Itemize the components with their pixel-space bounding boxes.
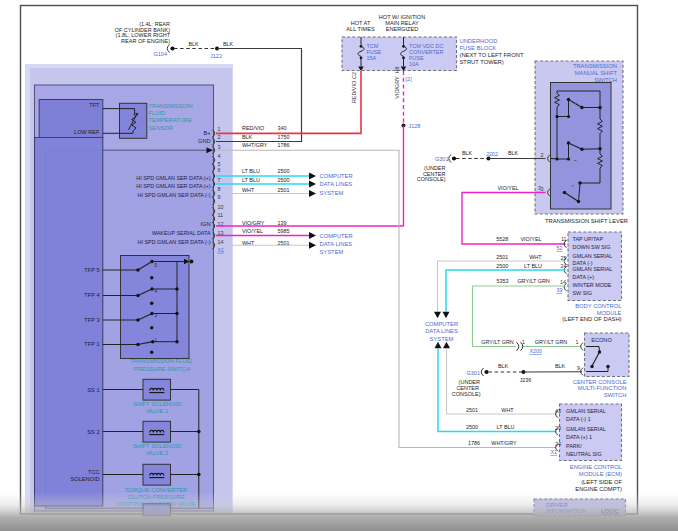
svg-text:ENGINE COMPT): ENGINE COMPT) xyxy=(575,486,622,492)
svg-text:11: 11 xyxy=(218,212,224,218)
svg-text:MODULE (ECM): MODULE (ECM) xyxy=(579,471,622,477)
svg-text:IGN: IGN xyxy=(201,221,211,227)
svg-text:6: 6 xyxy=(218,167,221,173)
svg-text:LT BLU: LT BLU xyxy=(242,168,260,174)
svg-text:29: 29 xyxy=(555,425,561,431)
svg-text:X1: X1 xyxy=(218,247,225,253)
svg-text:RED/VIO: RED/VIO xyxy=(242,125,264,131)
svg-text:GND: GND xyxy=(198,138,210,144)
svg-text:COMPUTER: COMPUTER xyxy=(320,173,353,179)
svg-text:GMLAN SERIAL: GMLAN SERIAL xyxy=(573,266,613,272)
svg-text:DATA (+) 1: DATA (+) 1 xyxy=(566,434,592,440)
svg-text:2500: 2500 xyxy=(278,168,290,174)
svg-text:8: 8 xyxy=(218,186,221,192)
svg-text:5985: 5985 xyxy=(278,228,290,234)
svg-text:VALVE 1: VALVE 1 xyxy=(146,408,169,414)
svg-text:DATA LINES: DATA LINES xyxy=(320,241,353,247)
svg-text:WHT/GRY: WHT/GRY xyxy=(491,440,517,446)
svg-text:2500: 2500 xyxy=(466,424,478,430)
svg-text:SYSTEM: SYSTEM xyxy=(430,336,454,342)
svg-text:WHT: WHT xyxy=(529,254,542,260)
svg-text:WHT: WHT xyxy=(501,407,514,413)
svg-text:SOLENOID: SOLENOID xyxy=(71,476,100,482)
svg-text:BODY CONTROL: BODY CONTROL xyxy=(575,303,622,309)
svg-text:LT BLU: LT BLU xyxy=(497,424,515,430)
svg-text:BLK: BLK xyxy=(555,363,566,369)
svg-text:MANUAL SHIFT: MANUAL SHIFT xyxy=(575,70,618,76)
svg-text:9: 9 xyxy=(218,194,221,200)
svg-text:SHIFT SOLENOID: SHIFT SOLENOID xyxy=(133,443,181,449)
svg-text:2501: 2501 xyxy=(278,187,290,193)
svg-text:FLUID: FLUID xyxy=(149,110,166,116)
svg-text:TFP 5: TFP 5 xyxy=(84,267,99,273)
svg-text:STRUT TOWER): STRUT TOWER) xyxy=(460,59,504,65)
svg-text:REAR OF ENGINE): REAR OF ENGINE) xyxy=(121,38,170,44)
svg-text:SW SIG: SW SIG xyxy=(573,290,592,296)
svg-text:2501: 2501 xyxy=(278,240,290,246)
svg-text:J202: J202 xyxy=(486,151,498,157)
svg-text:ALL TIMES: ALL TIMES xyxy=(346,26,375,32)
svg-text:X200: X200 xyxy=(530,348,543,354)
svg-text:10: 10 xyxy=(218,204,224,210)
svg-text:SYSTEM: SYSTEM xyxy=(320,249,344,255)
svg-text:1: 1 xyxy=(576,339,579,345)
svg-text:SYSTEM: SYSTEM xyxy=(320,190,344,196)
svg-text:2: 2 xyxy=(541,152,544,158)
svg-text:ECONO: ECONO xyxy=(591,337,612,343)
svg-text:15A: 15A xyxy=(367,55,377,61)
svg-text:TFP 3: TFP 3 xyxy=(84,317,99,323)
svg-text:13: 13 xyxy=(218,230,224,236)
svg-text:139: 139 xyxy=(278,220,287,226)
svg-text:1786: 1786 xyxy=(468,440,480,446)
svg-text:2501: 2501 xyxy=(466,407,478,413)
svg-text:CONSOLE): CONSOLE) xyxy=(452,391,481,397)
svg-text:LT BLU: LT BLU xyxy=(524,263,542,269)
svg-text:SHIFT SOLENOID: SHIFT SOLENOID xyxy=(133,401,181,407)
svg-text:COMPUTER: COMPUTER xyxy=(425,321,458,327)
svg-text:WHT: WHT xyxy=(242,187,255,193)
svg-text:FUSE: FUSE xyxy=(409,55,424,61)
svg-text:2501: 2501 xyxy=(496,254,508,260)
svg-text:HI SPD GMLAN SER DATA (-): HI SPD GMLAN SER DATA (-) xyxy=(138,239,211,245)
svg-text:G104: G104 xyxy=(154,51,167,57)
svg-text:PRESSURE SWITCH: PRESSURE SWITCH xyxy=(134,366,190,372)
svg-text:TCC: TCC xyxy=(88,469,100,475)
svg-text:4: 4 xyxy=(155,289,158,294)
svg-text:FUSE BLOCK: FUSE BLOCK xyxy=(460,45,497,51)
svg-text:2500: 2500 xyxy=(278,177,290,183)
svg-text:BLK: BLK xyxy=(498,363,509,369)
svg-text:ENGINE CONTROL: ENGINE CONTROL xyxy=(570,464,623,470)
svg-text:ENERGIZED: ENERGIZED xyxy=(386,26,419,32)
svg-text:G301: G301 xyxy=(467,370,480,376)
svg-text:5528: 5528 xyxy=(496,236,508,242)
svg-text:GRY/LT GRN: GRY/LT GRN xyxy=(517,278,549,284)
svg-text:HI SPD GMLAN SER DATA (+): HI SPD GMLAN SER DATA (+) xyxy=(136,183,210,189)
svg-text:VIO/GRY: VIO/GRY xyxy=(394,76,400,99)
svg-text:DATA LINES: DATA LINES xyxy=(320,181,353,187)
svg-text:TEMPERATURE: TEMPERATURE xyxy=(149,117,193,123)
svg-text:LOW REF: LOW REF xyxy=(74,129,100,135)
svg-text:RED/VIO: RED/VIO xyxy=(351,81,357,103)
svg-text:CENTER CONSOLE: CENTER CONSOLE xyxy=(573,379,627,385)
svg-text:10A: 10A xyxy=(409,61,419,67)
svg-text:SENSOR: SENSOR xyxy=(149,125,173,131)
svg-text:GRY/LT GRN: GRY/LT GRN xyxy=(481,339,513,345)
svg-text:25: 25 xyxy=(561,255,567,261)
svg-text:3: 3 xyxy=(218,144,221,150)
svg-text:TRANSMISSION FLUID: TRANSMISSION FLUID xyxy=(130,358,192,364)
svg-text:HI SPD GMLAN SER DATA (+): HI SPD GMLAN SER DATA (+) xyxy=(136,175,210,181)
svg-text:7: 7 xyxy=(218,177,221,183)
svg-text:1750: 1750 xyxy=(278,134,290,140)
svg-text:J236: J236 xyxy=(520,377,532,383)
svg-text:CONSOLE): CONSOLE) xyxy=(417,176,446,182)
svg-text:4: 4 xyxy=(218,153,221,159)
svg-text:TFT: TFT xyxy=(89,102,100,108)
svg-text:FUSE: FUSE xyxy=(367,49,382,55)
svg-text:TFP 1: TFP 1 xyxy=(84,341,99,347)
svg-text:BLK: BLK xyxy=(508,150,519,156)
svg-text:BLK: BLK xyxy=(223,41,234,47)
svg-text:(LEFT END OF DASH): (LEFT END OF DASH) xyxy=(562,316,621,322)
svg-text:TAP UP/TAP: TAP UP/TAP xyxy=(573,236,604,242)
svg-text:C2: C2 xyxy=(351,72,357,79)
svg-text:WHT/GRY: WHT/GRY xyxy=(242,142,268,148)
